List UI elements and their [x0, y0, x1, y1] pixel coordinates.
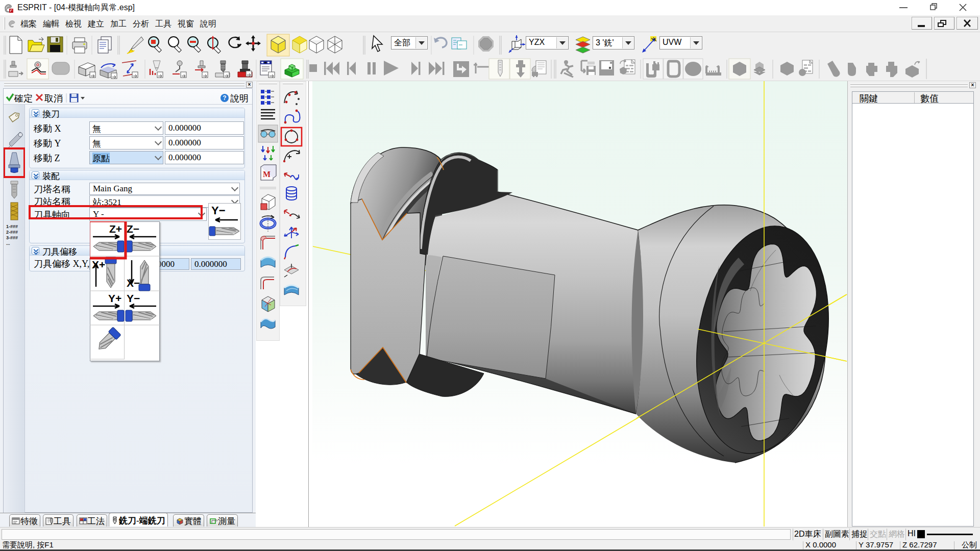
svg-text:1-###: 1-###	[6, 224, 18, 229]
svg-text:X−: X−	[127, 277, 140, 289]
svg-text:2-###: 2-###	[6, 230, 18, 235]
svg-text:Z−: Z−	[127, 223, 139, 235]
svg-text:X+: X+	[92, 259, 105, 270]
svg-text:3-###: 3-###	[6, 235, 18, 240]
svg-text:Y−: Y−	[211, 204, 226, 217]
svg-text:?: ?	[223, 94, 226, 102]
svg-text:Z+: Z+	[109, 223, 122, 235]
svg-text:...: ...	[6, 241, 10, 246]
svg-text:Y−: Y−	[127, 292, 140, 304]
svg-text:Y+: Y+	[108, 292, 121, 304]
svg-text:M: M	[263, 170, 271, 179]
